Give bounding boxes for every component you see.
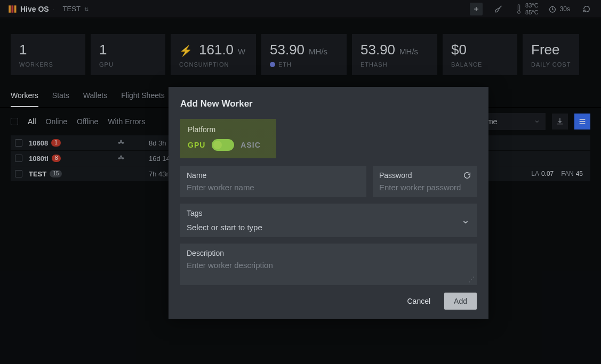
chevron-down-icon: [462, 218, 469, 225]
regenerate-password-button[interactable]: [463, 171, 471, 180]
name-input[interactable]: [187, 183, 360, 192]
password-field[interactable]: Password: [373, 166, 477, 197]
platform-selector: Platform GPU ASIC: [180, 119, 276, 158]
add-worker-modal: Add New Worker Platform GPU ASIC Name Pa…: [169, 87, 488, 319]
platform-option-asic[interactable]: ASIC: [241, 141, 260, 149]
password-input[interactable]: [379, 183, 470, 192]
tags-field[interactable]: Tags Select or start to type: [180, 204, 477, 237]
platform-label: Platform: [188, 125, 269, 134]
tags-placeholder: Select or start to type: [187, 221, 470, 232]
modal-title: Add New Worker: [180, 99, 477, 109]
name-field[interactable]: Name: [180, 166, 366, 197]
description-input[interactable]: [187, 261, 470, 278]
add-button[interactable]: Add: [444, 293, 477, 310]
platform-switch[interactable]: [212, 139, 234, 151]
refresh-icon: [463, 171, 471, 180]
platform-option-gpu[interactable]: GPU: [188, 141, 205, 149]
cancel-button[interactable]: Cancel: [400, 293, 437, 310]
description-field[interactable]: Description ⋰: [180, 244, 477, 285]
